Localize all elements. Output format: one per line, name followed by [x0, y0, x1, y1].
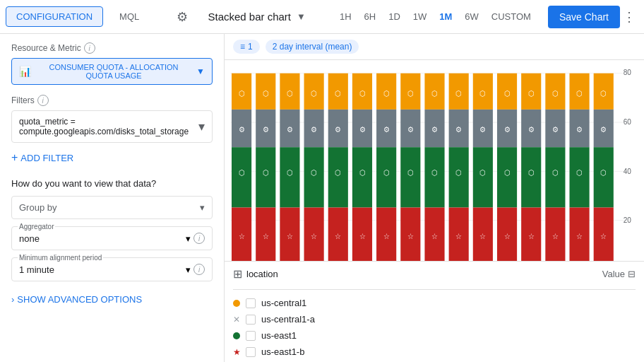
- svg-text:⚙: ⚙: [552, 126, 559, 134]
- svg-rect-40: [304, 147, 324, 207]
- svg-text:☆: ☆: [287, 233, 293, 240]
- svg-text:⚙: ⚙: [287, 126, 293, 134]
- time-btn-1h[interactable]: 1H: [334, 8, 357, 25]
- svg-text:⬡: ⬡: [528, 168, 535, 176]
- filters-help-icon[interactable]: i: [37, 95, 49, 106]
- chevron-right-icon: ›: [11, 294, 14, 305]
- min-alignment-float-label: Minimum alignment period: [18, 254, 103, 262]
- svg-text:☆: ☆: [239, 233, 245, 240]
- legend-item-us-central1-a[interactable]: ✕ us-central1-a: [233, 312, 636, 327]
- svg-text:☆: ☆: [335, 233, 341, 240]
- main-layout: Resource & Metric i 📊 CONSUMER QUOTA - A…: [0, 34, 644, 362]
- time-range-buttons: 1H 6H 1D 1W 1M 6W CUSTOM: [334, 8, 537, 25]
- legend-item-us-east1[interactable]: us-east1: [233, 328, 636, 343]
- svg-text:⚙: ⚙: [263, 126, 269, 134]
- legend-x-icon-us-central1-a: ✕: [233, 316, 240, 323]
- filter-expand-icon[interactable]: ▾: [198, 119, 205, 134]
- svg-text:☆: ☆: [552, 233, 559, 240]
- resource-metric-label: CONSUMER QUOTA - ALLOCATION QUOTA USAGE: [35, 63, 192, 80]
- time-btn-1d[interactable]: 1D: [383, 8, 406, 25]
- tab-configuration[interactable]: CONFIGURATION: [6, 6, 103, 27]
- legend-item-us-east1-b[interactable]: ★ us-east1-b: [233, 344, 636, 359]
- time-btn-1m[interactable]: 1M: [434, 8, 458, 25]
- svg-text:⬡: ⬡: [600, 168, 607, 176]
- svg-text:⬡: ⬡: [311, 168, 317, 176]
- svg-text:⚙: ⚙: [431, 126, 438, 134]
- svg-text:⚙: ⚙: [504, 126, 511, 134]
- svg-text:⬡: ⬡: [552, 89, 559, 97]
- svg-rect-48: [328, 147, 348, 207]
- aggregator-float-label: Aggregator: [18, 223, 55, 230]
- more-options-button[interactable]: ⋮: [620, 6, 638, 28]
- chart-area: 80 60 40 20 0 UTC-5 Dec 30, 2021 Jan 6, …: [225, 60, 644, 261]
- legend-grid-icon: ⊞: [233, 267, 242, 281]
- aggregator-field-wrapper: Aggregator none ▾ i: [11, 226, 213, 250]
- svg-text:⚙: ⚙: [335, 126, 341, 134]
- svg-text:⚙: ⚙: [455, 126, 462, 134]
- legend-check-us-central1[interactable]: [246, 298, 256, 308]
- svg-text:⚙: ⚙: [479, 126, 486, 134]
- filters-section: Filters i quota_metric = compute.googlea…: [11, 95, 213, 167]
- legend-header: ⊞ location Value ⊟: [233, 264, 636, 284]
- svg-text:⬡: ⬡: [455, 89, 462, 97]
- svg-text:⬡: ⬡: [479, 168, 486, 176]
- aggregator-field[interactable]: Aggregator none ▾ i: [11, 226, 213, 250]
- svg-text:☆: ☆: [431, 233, 438, 240]
- time-btn-custom[interactable]: CUSTOM: [486, 8, 537, 25]
- top-bar: CONFIGURATION MQL ⚙ Stacked bar chart ▼ …: [0, 0, 644, 34]
- time-btn-6w[interactable]: 6W: [459, 8, 484, 25]
- svg-text:⬡: ⬡: [431, 89, 438, 97]
- min-alignment-field[interactable]: Minimum alignment period 1 minute ▾ i: [11, 257, 213, 281]
- svg-text:⬡: ⬡: [504, 168, 511, 176]
- svg-rect-88: [449, 147, 469, 207]
- svg-text:20: 20: [624, 216, 631, 224]
- legend-item-us-central1[interactable]: us-central1: [233, 296, 636, 310]
- tab-mql[interactable]: MQL: [109, 6, 150, 27]
- legend-divider: [233, 289, 636, 290]
- filter-item[interactable]: quota_metric = compute.googleapis.com/di…: [11, 110, 213, 143]
- legend-star-icon-us-east1-b: ★: [233, 349, 240, 356]
- legend-columns-icon: ⊟: [628, 269, 636, 279]
- svg-text:⬡: ⬡: [287, 168, 293, 176]
- aggregator-help-icon[interactable]: i: [193, 233, 205, 244]
- svg-text:⚙: ⚙: [383, 126, 390, 134]
- resource-metric-help-icon[interactable]: i: [84, 42, 95, 54]
- svg-text:☆: ☆: [479, 233, 486, 240]
- legend-value-button[interactable]: Value ⊟: [602, 269, 636, 279]
- save-chart-button[interactable]: Save Chart: [548, 6, 620, 28]
- svg-rect-72: [400, 147, 420, 207]
- legend-check-us-east1[interactable]: [246, 331, 256, 341]
- legend-items: us-central1 ✕ us-central1-a us-east1 ★ u…: [233, 296, 636, 359]
- legend-label-us-east1-b: us-east1-b: [261, 346, 304, 357]
- legend-check-us-east1-b[interactable]: [246, 347, 256, 357]
- svg-text:☆: ☆: [407, 233, 414, 240]
- svg-rect-120: [545, 147, 565, 207]
- resource-metric-button[interactable]: 📊 CONSUMER QUOTA - ALLOCATION QUOTA USAG…: [11, 58, 213, 85]
- legend-label-us-central1: us-central1: [261, 298, 306, 308]
- group-by-select[interactable]: Group by ▾: [11, 196, 213, 219]
- chart-title-area: Stacked bar chart ▼: [196, 11, 316, 23]
- svg-rect-56: [352, 147, 372, 207]
- time-btn-6h[interactable]: 6H: [359, 8, 382, 25]
- svg-text:40: 40: [624, 167, 631, 175]
- time-btn-1w[interactable]: 1W: [407, 8, 433, 25]
- svg-text:⬡: ⬡: [552, 168, 559, 176]
- svg-text:⚙: ⚙: [311, 126, 317, 134]
- min-alignment-dropdown-arrow[interactable]: ▾: [186, 264, 191, 275]
- svg-rect-112: [521, 147, 541, 207]
- legend-check-us-central1-a[interactable]: [246, 315, 256, 325]
- aggregator-dropdown-arrow[interactable]: ▾: [186, 233, 191, 244]
- add-filter-button[interactable]: + ADD FILTER: [11, 148, 73, 167]
- show-advanced-button[interactable]: › SHOW ADVANCED OPTIONS: [11, 291, 142, 308]
- svg-text:☆: ☆: [263, 233, 269, 240]
- filter-count-badge[interactable]: ≡ 1: [233, 40, 260, 54]
- chart-dropdown-arrow[interactable]: ▼: [297, 11, 306, 22]
- resource-dropdown-arrow: ▼: [196, 66, 205, 76]
- svg-rect-16: [232, 147, 251, 207]
- min-alignment-help-icon[interactable]: i: [193, 264, 205, 275]
- svg-text:⚙: ⚙: [407, 126, 414, 134]
- chart-bar-icon: 📊: [19, 66, 31, 77]
- svg-text:⬡: ⬡: [335, 168, 341, 176]
- settings-icon-button[interactable]: ⚙: [174, 6, 191, 28]
- view-data-section: How do you want to view that data? Group…: [11, 178, 213, 308]
